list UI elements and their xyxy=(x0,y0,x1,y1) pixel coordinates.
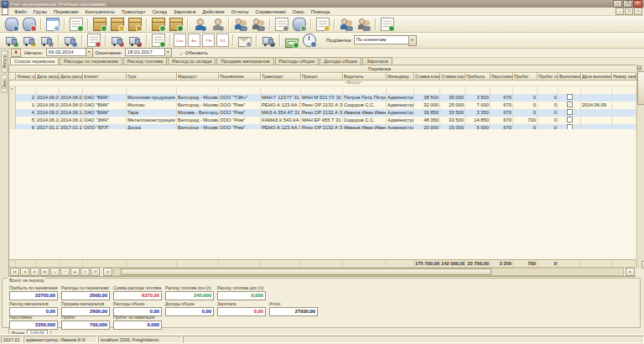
clear-filter-button[interactable]: ✖ xyxy=(11,49,21,57)
column-header-12[interactable]: Ставка клиент xyxy=(414,73,440,81)
table-cell[interactable]: 2014.06.04 xyxy=(36,102,60,109)
nav-next-button[interactable]: ▸ xyxy=(30,268,39,276)
side-tab-1[interactable]: Окно xyxy=(1,75,8,93)
partners-add-button[interactable] xyxy=(231,17,249,31)
cargo-view-button[interactable] xyxy=(126,17,143,31)
nav-prior-button[interactable]: ◂ xyxy=(20,268,29,276)
act-button[interactable]: Акт xyxy=(188,34,200,47)
menu-item-1[interactable]: Грузы xyxy=(30,8,50,15)
table-cell[interactable] xyxy=(581,109,612,117)
trip-edit-button[interactable] xyxy=(20,34,38,48)
table-cell[interactable]: МАН Г 123 ГГ 31 рус xyxy=(261,94,301,102)
column-header-4[interactable]: Клиент xyxy=(83,73,127,81)
table-cell[interactable] xyxy=(301,86,343,94)
table-cell[interactable]: 0 xyxy=(513,94,538,102)
table-cell[interactable] xyxy=(16,86,36,94)
table-cell[interactable]: 2014.06.10 xyxy=(36,117,60,124)
mdi-restore-button[interactable]: ❐ xyxy=(625,8,633,15)
menu-item-6[interactable]: Зарплата xyxy=(170,8,199,15)
table-cell[interactable]: Белгород - Москва xyxy=(177,102,219,109)
grid-filter-row[interactable]: <Фильтр> xyxy=(9,81,636,86)
trip-copy-button[interactable] xyxy=(61,34,79,48)
nav-last-button[interactable]: ▸| xyxy=(40,268,49,276)
client-add-button[interactable] xyxy=(190,17,208,31)
new-window-button[interactable] xyxy=(44,17,61,31)
table-cell[interactable] xyxy=(9,117,16,124)
scroll-right-icon[interactable]: ▸ xyxy=(626,268,635,276)
tab-5[interactable]: Расходы общие xyxy=(275,57,319,65)
side-tab-0[interactable]: Фильтр xyxy=(1,50,8,73)
scroll-up-icon[interactable]: ▲ xyxy=(637,65,641,70)
menu-item-7[interactable]: Действия xyxy=(199,8,227,15)
table-cell[interactable]: 700 xyxy=(513,117,538,124)
table-cell[interactable] xyxy=(465,86,491,94)
table-cell[interactable]: * xyxy=(9,86,16,94)
trip-document-button[interactable] xyxy=(149,34,167,48)
cargo-add-button[interactable] xyxy=(91,17,108,31)
table-cell[interactable]: 5 xyxy=(16,117,36,124)
table-cell[interactable]: 3 500 xyxy=(465,94,491,102)
table-cell[interactable]: Петров Петр Петрович xyxy=(343,94,387,102)
send-mail-button[interactable] xyxy=(236,34,253,48)
table-cell[interactable]: 0 xyxy=(513,109,538,117)
table-cell[interactable]: Молоко xyxy=(127,102,177,109)
table-cell[interactable] xyxy=(581,86,612,94)
mdi-close-button[interactable]: ✕ xyxy=(634,8,642,15)
refresh-label[interactable]: Обновить xyxy=(185,50,208,55)
table-cell[interactable]: ОАО "ЗМК" xyxy=(83,117,127,124)
menu-item-9[interactable]: Справочники xyxy=(252,8,288,15)
table-cell[interactable]: 2014.06.05 xyxy=(60,94,83,102)
document-copy-button[interactable] xyxy=(273,17,290,31)
column-header-9[interactable]: Прицеп xyxy=(301,73,343,81)
menu-item-4[interactable]: Транспорт xyxy=(118,8,149,15)
nav-delete-button[interactable]: − xyxy=(60,268,70,276)
table-cell[interactable] xyxy=(127,86,177,94)
table-cell[interactable]: 670 xyxy=(491,94,513,102)
partners-view-button[interactable] xyxy=(249,17,267,31)
drivers-button[interactable] xyxy=(337,17,355,31)
table-cell[interactable]: 0 xyxy=(513,102,538,109)
table-cell[interactable] xyxy=(9,94,16,102)
column-header-20[interactable]: Номер заявки xyxy=(612,73,636,81)
table-cell[interactable]: Рено ОР 2132 А 31 кл xyxy=(301,109,343,117)
mdi-minimize-button[interactable]: – xyxy=(615,8,624,15)
cargo-done-button[interactable] xyxy=(167,17,184,31)
table-row[interactable]: 12014.06.042014.06.05ОАО "БМК"МолокоБелг… xyxy=(9,102,636,109)
table-row[interactable]: 42014.06.092014.06.10ОАО "БМК"ТараМосква… xyxy=(9,109,636,117)
table-cell[interactable]: 0 xyxy=(538,94,558,102)
hscroll-track[interactable] xyxy=(113,268,624,276)
table-cell[interactable]: Молочная продукция xyxy=(127,94,177,102)
table-cell[interactable] xyxy=(414,86,440,94)
table-row[interactable]: 22014.06.042014.06.05ОАО "БМК"Молочная п… xyxy=(9,94,636,102)
database-button[interactable] xyxy=(3,17,20,31)
table-cell[interactable]: Москва - Белгород, xyxy=(177,109,219,117)
menu-item-3[interactable]: Контрагенты xyxy=(81,8,117,15)
document-export-button[interactable] xyxy=(378,17,396,31)
column-header-16[interactable]: Пробег xyxy=(513,73,538,81)
table-cell[interactable]: ООО "Рим" xyxy=(219,102,261,109)
scroll-left-icon[interactable]: ◂ xyxy=(103,268,112,276)
column-header-18[interactable]: Выполнена xyxy=(558,73,581,81)
database-delete-button[interactable] xyxy=(20,17,38,31)
table-cell[interactable] xyxy=(219,86,261,94)
table-cell[interactable]: КАМАЗ К 543 КА 31 па xyxy=(261,117,301,124)
table-cell[interactable] xyxy=(513,86,538,94)
table-cell[interactable]: Белгород - Москва xyxy=(177,117,219,124)
cargo-edit-button[interactable] xyxy=(108,17,126,31)
menu-item-2[interactable]: Перевозки xyxy=(50,8,81,15)
table-cell[interactable]: ОАО "БМК" xyxy=(83,102,127,109)
vertical-scrollbar[interactable]: ▲ ▼ xyxy=(636,65,644,268)
table-cell[interactable]: 0 xyxy=(538,117,558,124)
waybill-button[interactable]: П/Л xyxy=(216,34,229,47)
chevron-down-icon[interactable]: ▼ xyxy=(408,35,417,46)
table-cell[interactable]: 2014.06.10 xyxy=(60,109,83,117)
table-cell[interactable]: 670 xyxy=(491,102,513,109)
invoice-button[interactable]: Счет xyxy=(174,34,186,47)
column-header-19[interactable]: Дата выполнения xyxy=(581,73,612,81)
tab-2[interactable]: Расход топлива xyxy=(123,57,168,65)
column-header-2[interactable]: Дата загрузки xyxy=(36,73,60,81)
column-header-11[interactable]: Менеджер xyxy=(387,73,414,81)
trip-cancel-button[interactable] xyxy=(126,34,143,48)
table-cell[interactable]: ОАО "БМК" xyxy=(83,109,127,117)
table-cell[interactable]: Администратор xyxy=(387,94,414,102)
